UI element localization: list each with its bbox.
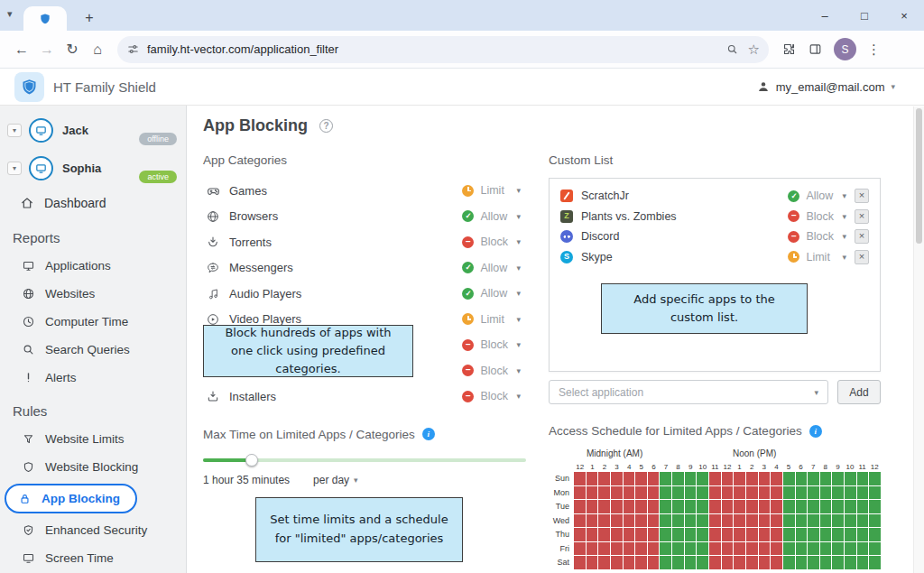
bookmark-star-icon[interactable]: ☆ [748, 42, 760, 58]
schedule-cell-allowed[interactable] [697, 472, 708, 485]
schedule-cell-blocked[interactable] [722, 500, 734, 513]
browser-menu-icon[interactable]: ⋮ [867, 42, 881, 58]
schedule-cell-allowed[interactable] [672, 528, 684, 541]
category-status-dropdown[interactable]: Limit [462, 313, 521, 326]
schedule-cell-blocked[interactable] [574, 514, 586, 528]
schedule-cell-blocked[interactable] [771, 500, 782, 513]
schedule-cell-blocked[interactable] [624, 556, 635, 569]
schedule-cell-blocked[interactable] [746, 542, 758, 556]
browser-tab[interactable] [23, 6, 67, 31]
schedule-cell-blocked[interactable] [587, 472, 598, 485]
schedule-cell-allowed[interactable] [697, 542, 708, 556]
schedule-cell-allowed[interactable] [697, 486, 708, 500]
application-select[interactable]: Select application [549, 380, 828, 404]
schedule-cell-blocked[interactable] [771, 542, 782, 556]
reload-button[interactable]: ↻ [60, 41, 85, 58]
schedule-cell-blocked[interactable] [709, 556, 721, 569]
schedule-cell-blocked[interactable] [611, 542, 623, 556]
schedule-cell-blocked[interactable] [746, 500, 758, 513]
schedule-cell-blocked[interactable] [746, 486, 758, 500]
schedule-cell-blocked[interactable] [759, 486, 771, 500]
schedule-cell-blocked[interactable] [734, 500, 745, 513]
app-status-dropdown[interactable]: Block [788, 230, 846, 243]
schedule-cell-blocked[interactable] [759, 556, 771, 569]
schedule-cell-allowed[interactable] [857, 486, 869, 500]
schedule-cell-allowed[interactable] [857, 528, 869, 541]
browser-profile-avatar[interactable]: S [834, 38, 856, 60]
schedule-cell-blocked[interactable] [574, 500, 586, 513]
schedule-cell-blocked[interactable] [635, 528, 647, 541]
schedule-cell-blocked[interactable] [709, 500, 721, 513]
schedule-cell-blocked[interactable] [624, 472, 635, 485]
schedule-cell-allowed[interactable] [820, 514, 832, 528]
schedule-cell-allowed[interactable] [808, 486, 819, 500]
remove-app-button[interactable] [855, 229, 869, 244]
schedule-cell-allowed[interactable] [820, 472, 832, 485]
schedule-cell-allowed[interactable] [685, 542, 697, 556]
schedule-cell-allowed[interactable] [783, 514, 795, 528]
sidebar-item-websites[interactable]: Websites [0, 280, 186, 308]
schedule-cell-allowed[interactable] [672, 500, 684, 513]
schedule-cell-blocked[interactable] [722, 556, 734, 569]
schedule-cell-allowed[interactable] [672, 514, 684, 528]
schedule-cell-allowed[interactable] [808, 472, 819, 485]
schedule-cell-allowed[interactable] [660, 542, 671, 556]
schedule-cell-blocked[interactable] [746, 528, 758, 541]
schedule-cell-blocked[interactable] [746, 514, 758, 528]
schedule-cell-allowed[interactable] [857, 500, 869, 513]
schedule-cell-allowed[interactable] [845, 500, 856, 513]
schedule-cell-allowed[interactable] [685, 556, 697, 569]
schedule-cell-blocked[interactable] [759, 528, 771, 541]
schedule-cell-allowed[interactable] [845, 486, 856, 500]
schedule-cell-allowed[interactable] [820, 500, 832, 513]
schedule-cell-blocked[interactable] [611, 486, 623, 500]
schedule-cell-allowed[interactable] [832, 500, 844, 513]
schedule-cell-allowed[interactable] [869, 514, 881, 528]
schedule-cell-allowed[interactable] [685, 528, 697, 541]
schedule-cell-blocked[interactable] [734, 486, 745, 500]
schedule-cell-blocked[interactable] [771, 556, 782, 569]
schedule-cell-allowed[interactable] [660, 486, 671, 500]
category-status-dropdown[interactable]: Block [462, 338, 521, 351]
schedule-cell-allowed[interactable] [845, 528, 856, 541]
schedule-cell-blocked[interactable] [734, 542, 745, 556]
schedule-cell-blocked[interactable] [709, 528, 721, 541]
schedule-cell-blocked[interactable] [587, 528, 598, 541]
schedule-cell-allowed[interactable] [783, 500, 795, 513]
schedule-cell-blocked[interactable] [598, 500, 610, 513]
schedule-cell-allowed[interactable] [832, 528, 844, 541]
app-status-dropdown[interactable]: Allow [788, 189, 846, 202]
address-bar[interactable]: family.ht-vector.com/application_filter … [117, 36, 769, 63]
category-status-dropdown[interactable]: Block [462, 365, 521, 377]
sidebar-item-website-blocking[interactable]: Website Blocking [0, 453, 186, 481]
schedule-cell-blocked[interactable] [587, 556, 598, 569]
schedule-cell-blocked[interactable] [635, 514, 647, 528]
schedule-cell-blocked[interactable] [722, 472, 734, 485]
schedule-cell-blocked[interactable] [722, 528, 734, 541]
schedule-cell-allowed[interactable] [796, 486, 808, 500]
schedule-cell-blocked[interactable] [635, 556, 647, 569]
schedule-cell-blocked[interactable] [734, 528, 745, 541]
schedule-cell-blocked[interactable] [598, 486, 610, 500]
schedule-cell-allowed[interactable] [808, 556, 819, 569]
side-panel-icon[interactable] [808, 42, 823, 57]
category-status-dropdown[interactable]: Allow [462, 287, 521, 300]
schedule-cell-allowed[interactable] [660, 472, 671, 485]
schedule-cell-blocked[interactable] [598, 528, 610, 541]
schedule-cell-allowed[interactable] [783, 542, 795, 556]
period-dropdown[interactable]: per day [313, 474, 358, 486]
category-status-dropdown[interactable]: Allow [462, 210, 521, 223]
schedule-cell-blocked[interactable] [611, 556, 623, 569]
schedule-cell-blocked[interactable] [598, 556, 610, 569]
schedule-cell-blocked[interactable] [611, 472, 623, 485]
schedule-cell-allowed[interactable] [660, 514, 671, 528]
schedule-cell-blocked[interactable] [648, 500, 660, 513]
url-text[interactable]: family.ht-vector.com/application_filter [147, 42, 725, 56]
schedule-cell-allowed[interactable] [783, 472, 795, 485]
remove-app-button[interactable] [855, 189, 869, 203]
schedule-cell-blocked[interactable] [624, 528, 635, 541]
schedule-cell-allowed[interactable] [672, 486, 684, 500]
schedule-cell-allowed[interactable] [796, 542, 808, 556]
schedule-cell-blocked[interactable] [574, 528, 586, 541]
user-row-sophia[interactable]: Sophia active [0, 149, 186, 187]
